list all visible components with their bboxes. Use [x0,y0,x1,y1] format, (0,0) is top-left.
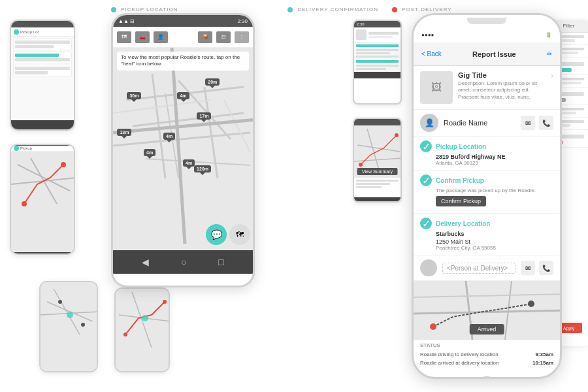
call-btn[interactable]: 📞 [539,116,553,130]
arrived-button[interactable]: Arrived [470,324,504,335]
sp2-navbar [11,252,74,253]
person-actions: ✉ 📞 [521,261,553,275]
pickup-address: 2819 Buford Highway NE [436,154,553,160]
gig-chevron: › [551,71,553,104]
post-delivery-label: POST-DELIVERY [392,7,452,12]
sp2-map-svg [11,152,74,252]
android-nav-bar: ◀ ○ □ [113,250,253,274]
svg-line-24 [113,100,211,113]
pin-4m-3: 4m [144,149,155,156]
pin-20m: 20m [205,78,220,86]
status-item-2-time: 10:15am [532,360,553,366]
ios-signal: ●●●● [421,32,434,38]
small-phone-2: Pickup [10,144,75,255]
ios-notch [467,18,506,24]
chat-button[interactable]: 💬 [206,224,227,245]
ios-report-btn[interactable]: ✏ [547,50,552,57]
nav-icon-2[interactable]: 🚗 [135,31,150,43]
svg-point-14 [163,300,167,304]
pickup-city: Atlanta, GA 30329 [436,160,553,166]
pin-30m: 30m [127,92,141,99]
message-btn[interactable]: ✉ [521,116,535,130]
pickup-label: PICKUP LOCATION [111,7,178,12]
roadie-name-text: Roadie Name [444,119,515,127]
svg-point-38 [430,323,436,330]
svg-point-4 [61,162,66,167]
person-call-btn[interactable]: 📞 [539,261,553,275]
menu-icon[interactable]: ⋮ [235,31,249,43]
small-screen-right-1: 2:30 [353,20,402,105]
map-toggle-btn[interactable]: 🗺 [229,224,250,245]
pin-120m: 120m [194,165,211,172]
delivery-step-label: Delivery Location [436,220,490,227]
svg-point-39 [528,301,534,307]
person-msg-btn[interactable]: ✉ [521,261,535,275]
small-screen-right-2: View Summary [353,118,402,203]
confirm-pickup-btn[interactable]: Confirm Pickup [436,196,486,206]
nav-icon-1[interactable]: 🗺 [117,31,131,43]
svg-line-25 [224,100,250,152]
delivery-confirmation-label: DELIVERY CONFIRMATION [287,7,378,12]
gig-title: Gig Title [458,71,546,79]
svg-line-17 [152,74,165,178]
roadie-actions: ✉ 📞 [521,116,553,130]
svg-point-3 [22,201,27,206]
ios-phone-main: ●●●● 🔋 < Back Report Issue ✏ 🖼 Gig Title… [412,13,562,379]
nav-icon-3[interactable]: 👤 [154,31,168,43]
gig-card: 🖼 Gig Title Description: Lorem ipsum dol… [414,66,560,110]
status-item-1-text: Roadie driving to delivery location [420,351,498,357]
svg-line-6 [54,289,80,335]
small-phone-4 [114,287,170,372]
pin-17m: 17m [197,112,211,120]
sp4-map-svg [116,289,169,372]
person-label[interactable]: <Person at Delivery> [442,263,515,274]
confirm-pickup-header: ✓ Confirm Pickup [420,174,553,186]
ios-delivery-map[interactable]: Arrived [414,281,560,340]
svg-line-19 [133,113,244,126]
svg-line-0 [18,165,70,191]
delivery-address: 1250 Main St [436,238,553,245]
android-back-btn[interactable]: ◀ [142,257,149,267]
ios-top-bar: ●●●● 🔋 [414,24,560,42]
pickup-check-icon: ✓ [420,140,432,152]
pin-4m-4: 4m [183,159,195,167]
status-section: STATUS Roadie driving to delivery locati… [414,340,560,370]
nav-icon-4[interactable]: 📦 [198,31,212,43]
person-avatar [420,259,437,276]
ios-home-button[interactable] [474,376,500,379]
android-recent-btn[interactable]: □ [218,257,223,267]
map-roads-svg [113,48,253,250]
svg-point-15 [142,315,148,321]
pickup-step-header: ✓ Pickup Location [420,140,553,152]
sr2-view-btn[interactable]: View Summary [357,168,398,175]
gig-desc: Description: Lorem ipsum dolor sit amet,… [458,80,546,101]
ios-back-btn[interactable]: < Back [421,50,442,57]
android-app-bar: 🗺 🚗 👤 📦 ⊟ ⋮ [113,27,253,48]
pin-13m: 13m [117,129,131,136]
delivery-city: Peachtree City, GA 55055 [436,245,553,251]
sp1-header-text: Pickup Loc [20,30,39,34]
small-phone-1: Pickup Loc [10,20,75,131]
android-home-btn[interactable]: ○ [181,257,186,267]
gig-info: Gig Title Description: Lorem ipsum dolor… [458,71,546,104]
confirm-pickup-step: ✓ Confirm Pickup The package was picked … [414,171,560,214]
android-status-bar: ▲▲ ⊟ 2:30 [113,15,253,27]
roadie-row: 👤 Roadie Name ✉ 📞 [414,110,560,137]
ios-battery: 🔋 [546,32,552,38]
sp1-statusbar [11,21,74,27]
confirm-pickup-note: The package was picked up by the Roadie. [436,188,553,193]
confirm-pickup-label: Confirm Pickup [436,177,484,184]
pin-4m-2: 4m [163,133,175,140]
delivery-dot [287,7,293,12]
svg-line-12 [132,292,152,348]
android-map[interactable]: To view the most popular Roadie's route,… [113,48,253,250]
svg-point-32 [395,133,399,137]
svg-point-13 [123,333,127,336]
post-delivery-dot [392,7,397,12]
svg-line-30 [354,158,400,161]
delivery-step-header: ✓ Delivery Location [420,218,553,229]
confirm-check-icon: ✓ [420,174,432,186]
filter-icon[interactable]: ⊟ [216,31,231,43]
sp2-header-text: Pickup [20,146,32,150]
status-time: 2:30 [237,18,248,24]
